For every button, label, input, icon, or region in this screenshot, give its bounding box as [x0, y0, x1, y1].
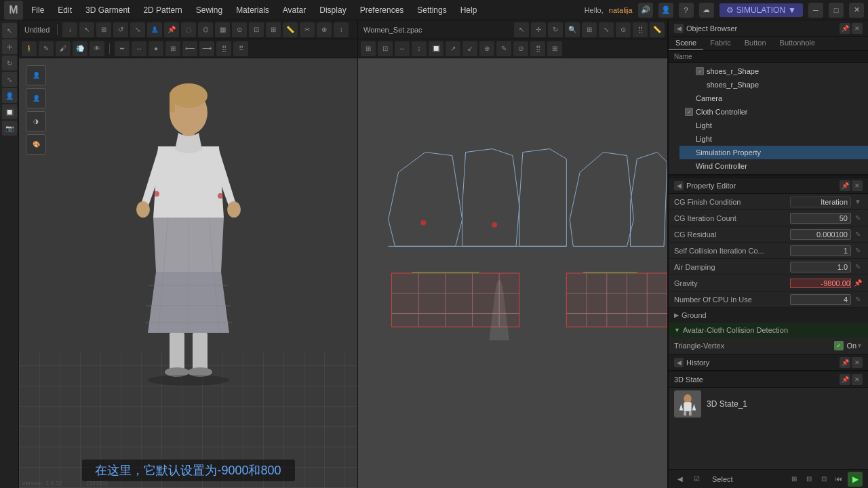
pt-measure[interactable]: 📏: [650, 22, 665, 37]
prop-value-cg-iter[interactable]: 50: [790, 213, 851, 224]
menu-edit[interactable]: Edit: [52, 3, 77, 17]
pt2-6[interactable]: ↗: [446, 41, 460, 56]
pt-extra[interactable]: ⊙: [616, 22, 631, 37]
bb-arrow-icon[interactable]: ◀: [674, 473, 686, 485]
vt-select[interactable]: ↖: [79, 22, 94, 37]
cg-finish-dropdown-icon[interactable]: ▼: [853, 197, 863, 207]
vt-garment[interactable]: 👗: [147, 22, 162, 37]
prop-value-cpu[interactable]: 4: [790, 294, 851, 305]
tv-dropdown-icon[interactable]: ▼: [856, 342, 863, 349]
tree-item-wind-ctrl[interactable]: Wind Controller: [679, 159, 868, 173]
pt2-1[interactable]: ⊞: [361, 41, 376, 56]
select-tool[interactable]: ↖: [2, 23, 17, 38]
pe-pin-btn[interactable]: 📌: [840, 180, 850, 191]
vt-arrow-down[interactable]: ↓: [62, 22, 77, 37]
obj-browser-expand[interactable]: ◀: [674, 24, 684, 33]
vt2-grid1[interactable]: ⣿: [216, 41, 231, 56]
menu-settings[interactable]: Settings: [412, 3, 452, 17]
state-item-1[interactable]: 3D State_1: [669, 388, 868, 420]
self-collision-edit-icon[interactable]: ✎: [853, 246, 863, 256]
window-maximize-icon[interactable]: □: [829, 3, 844, 18]
prop-value-gravity[interactable]: -9800.00: [790, 279, 851, 288]
select-button[interactable]: Select: [707, 474, 738, 485]
pt2-7[interactable]: ↙: [462, 41, 477, 56]
prop-value-self-collision[interactable]: 1: [790, 245, 851, 256]
state-close-btn[interactable]: ✕: [852, 374, 863, 385]
vt-extra2[interactable]: ↕: [334, 22, 349, 37]
pt2-11[interactable]: ⣿: [530, 41, 545, 56]
cg-residual-edit-icon[interactable]: ✎: [853, 230, 863, 239]
vt2-arr1[interactable]: ⟵: [182, 41, 197, 56]
pt-move[interactable]: ✛: [531, 22, 546, 37]
tree-item-shoes2[interactable]: shoes_r_Shape: [690, 78, 868, 92]
prop-value-cg-finish[interactable]: Iteration: [790, 197, 851, 207]
section-collision[interactable]: ▼ Avatar-Cloth Collision Detection: [669, 323, 868, 338]
section-ground[interactable]: ▶ Ground: [669, 308, 868, 323]
pt-rotate[interactable]: ↻: [548, 22, 563, 37]
cloth-tool[interactable]: 🔲: [2, 104, 17, 119]
bb-grid1-icon[interactable]: ⊞: [788, 473, 800, 485]
tree-item-cloth-ctrl[interactable]: ✓ Cloth Controller: [679, 105, 868, 119]
pt-zoom2[interactable]: ⊞: [582, 22, 597, 37]
checkbox-shoes1[interactable]: ✓: [696, 67, 704, 75]
pt-zoom[interactable]: 🔍: [565, 22, 580, 37]
menu-help[interactable]: Help: [455, 3, 483, 17]
pe-close-btn[interactable]: ✕: [852, 180, 863, 191]
prop-value-air-damping[interactable]: 1.0: [790, 262, 851, 272]
vt2-move[interactable]: ↔: [132, 41, 146, 56]
ob-close-btn[interactable]: ✕: [852, 23, 863, 34]
view-front[interactable]: 👤: [26, 65, 46, 85]
vt-arc[interactable]: ◌: [181, 22, 196, 37]
menu-sewing[interactable]: Sewing: [191, 3, 228, 17]
user-icon[interactable]: 👤: [658, 3, 673, 18]
vt-scale[interactable]: ⤡: [130, 22, 145, 37]
tv-checkbox[interactable]: ✓: [834, 341, 844, 350]
pt2-2[interactable]: ⊡: [378, 41, 393, 56]
simulation-button[interactable]: ⚙ SIMULATION ▼: [719, 3, 803, 17]
gravity-pin-icon[interactable]: 📌: [853, 279, 863, 288]
menu-preferences[interactable]: Preferences: [355, 3, 410, 17]
viewport-3d[interactable]: 👤 👤 ◑ 🎨: [19, 58, 357, 488]
play-button[interactable]: ▶: [848, 472, 863, 487]
pt-grid[interactable]: ⣿: [633, 22, 648, 37]
sound-icon[interactable]: 🔊: [638, 3, 653, 18]
vt2-rect[interactable]: ⊞: [165, 41, 180, 56]
window-minimize-icon[interactable]: ─: [808, 3, 823, 18]
rotate-tool[interactable]: ↻: [2, 56, 17, 70]
menu-3d-garment[interactable]: 3D Garment: [80, 3, 135, 17]
menu-2d-pattern[interactable]: 2D Pattern: [138, 3, 187, 17]
tree-item-shoes1[interactable]: ✓ shoes_r_Shape: [690, 64, 868, 78]
tree-item-camera[interactable]: Camera: [679, 92, 868, 105]
view-side[interactable]: 👤: [26, 88, 46, 108]
hist-pin-btn[interactable]: 📌: [840, 357, 850, 368]
menu-display[interactable]: Display: [314, 3, 351, 17]
camera-tool[interactable]: 📷: [2, 121, 17, 136]
window-close-icon[interactable]: ✕: [849, 3, 864, 18]
tree-item-sim-property[interactable]: Simulation Property: [679, 146, 868, 159]
pattern-view[interactable]: [358, 58, 667, 488]
pt2-4[interactable]: ↕: [412, 41, 427, 56]
vt2-arr2[interactable]: ⟶: [199, 41, 214, 56]
pt2-9[interactable]: ✎: [496, 41, 511, 56]
air-damping-edit-icon[interactable]: ✎: [853, 262, 863, 272]
vt2-eye[interactable]: 👁: [90, 41, 104, 56]
menu-avatar[interactable]: Avatar: [277, 3, 311, 17]
vt2-wind[interactable]: 💨: [73, 41, 87, 56]
menu-file[interactable]: File: [26, 3, 50, 17]
vt-sim2[interactable]: ⊙: [232, 22, 247, 37]
vt2-point[interactable]: ●: [149, 41, 163, 56]
vt-pin[interactable]: 📌: [164, 22, 179, 37]
pt-fit[interactable]: ⤡: [599, 22, 614, 37]
vt-measure[interactable]: 📏: [283, 22, 298, 37]
tree-item-light1[interactable]: Light: [679, 119, 868, 132]
vt-sim4[interactable]: ⊞: [266, 22, 281, 37]
bb-check-icon[interactable]: ☑: [690, 473, 703, 485]
vt-stitch[interactable]: ⌬: [198, 22, 213, 37]
tab-button[interactable]: Button: [738, 37, 773, 50]
pt2-3[interactable]: ↔: [395, 41, 410, 56]
menu-materials[interactable]: Materials: [231, 3, 275, 17]
prop-value-cg-residual[interactable]: 0.000100: [790, 229, 851, 240]
vt-scissors[interactable]: ✂: [300, 22, 315, 37]
help-icon[interactable]: ?: [679, 3, 694, 18]
vt-sim3[interactable]: ⊡: [249, 22, 264, 37]
